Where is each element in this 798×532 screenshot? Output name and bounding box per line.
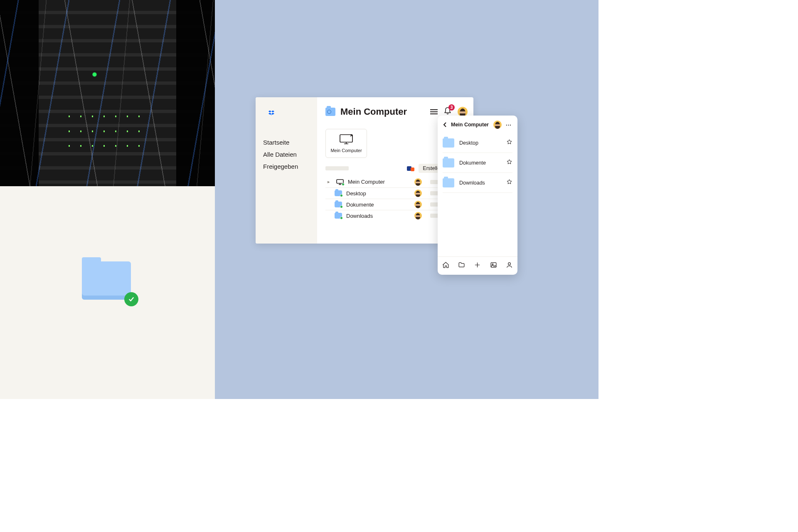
device-card-label: Mein Computer: [330, 148, 362, 153]
device-card[interactable]: Mein Computer: [325, 129, 367, 158]
tab-person-icon[interactable]: [506, 261, 513, 270]
shared-folder-icon: [325, 108, 335, 116]
more-icon[interactable]: ···: [505, 122, 512, 128]
tab-home-icon[interactable]: [442, 261, 449, 270]
star-icon[interactable]: [506, 179, 512, 187]
server-rack-photo: [0, 0, 215, 186]
monitor-upload-icon: [339, 134, 353, 145]
file-row-name: Downloads: [346, 213, 373, 219]
sync-ok-dot-icon: [342, 183, 345, 186]
mobile-header: Mein Computer ···: [438, 116, 517, 133]
record-icon[interactable]: [407, 165, 414, 171]
mobile-tabbar: [438, 256, 517, 275]
mobile-row-downloads[interactable]: Downloads: [443, 173, 512, 193]
page-title: Mein Computer: [340, 106, 407, 117]
mobile-row-name: Desktop: [459, 140, 478, 146]
tab-photo-icon[interactable]: [490, 261, 497, 270]
dropbox-mobile-panel: Mein Computer ··· Desktop Dokumente Down…: [438, 116, 517, 275]
checkmark-circle-icon: [124, 292, 138, 306]
synced-folder-illustration: [82, 257, 131, 299]
star-icon[interactable]: [506, 159, 512, 167]
mobile-row-dokumente[interactable]: Dokumente: [443, 153, 512, 173]
disclosure-triangle-icon[interactable]: ▸: [325, 179, 332, 185]
back-chevron-icon[interactable]: [443, 122, 448, 127]
mobile-row-desktop[interactable]: Desktop: [443, 133, 512, 153]
sidebar: Startseite Alle Dateien Freigegeben: [256, 97, 317, 244]
svg-rect-2: [491, 263, 496, 267]
mobile-row-name: Dokumente: [459, 160, 486, 166]
left-bottom-panel: [0, 186, 215, 399]
owner-avatar[interactable]: [414, 178, 422, 186]
file-row-name: Desktop: [346, 190, 366, 197]
mobile-title: Mein Computer: [451, 122, 489, 128]
sidebar-item-alle-dateien[interactable]: Alle Dateien: [263, 148, 310, 160]
owner-avatar[interactable]: [414, 190, 422, 197]
menu-icon[interactable]: [430, 108, 438, 116]
file-row-name: Dokumente: [346, 202, 374, 208]
file-row-name: Mein Computer: [348, 179, 385, 185]
sync-ok-dot-icon: [340, 205, 343, 208]
folder-icon: [443, 158, 454, 167]
folder-icon: [443, 178, 454, 187]
sidebar-item-startseite[interactable]: Startseite: [263, 136, 310, 148]
tab-plus-icon[interactable]: [474, 261, 481, 270]
svg-point-4: [508, 263, 511, 265]
folder-icon: [335, 202, 342, 207]
folder-icon: [443, 138, 454, 148]
folder-icon: [335, 213, 342, 219]
star-icon[interactable]: [506, 139, 512, 147]
mobile-row-name: Downloads: [459, 180, 485, 186]
owner-avatar[interactable]: [414, 201, 422, 208]
sync-ok-dot-icon: [340, 194, 343, 197]
mobile-file-list: Desktop Dokumente Downloads: [438, 133, 517, 193]
tab-folder-icon[interactable]: [458, 261, 465, 270]
computer-icon: [336, 179, 344, 185]
owner-avatar[interactable]: [414, 212, 422, 219]
dropbox-logo-icon[interactable]: [267, 110, 310, 122]
folder-icon: [335, 190, 342, 196]
placeholder-bar: [325, 166, 349, 170]
sidebar-item-freigegeben[interactable]: Freigegeben: [263, 160, 310, 172]
notification-badge: 3: [448, 104, 455, 111]
sync-ok-dot-icon: [340, 217, 343, 219]
account-avatar[interactable]: [493, 121, 502, 129]
